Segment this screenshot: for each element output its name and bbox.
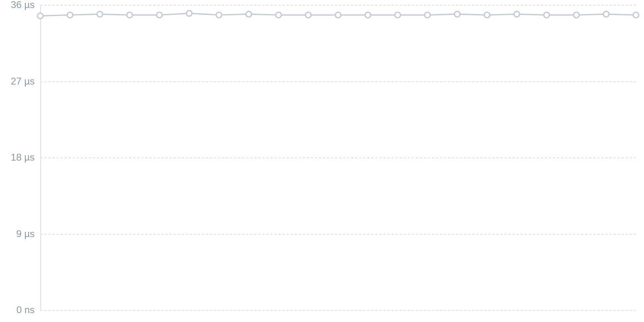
data-point[interactable]: [395, 12, 400, 18]
data-point[interactable]: [127, 12, 132, 18]
data-point[interactable]: [157, 12, 162, 18]
data-point[interactable]: [67, 12, 73, 18]
data-point[interactable]: [484, 12, 490, 18]
data-point[interactable]: [574, 12, 579, 18]
data-point[interactable]: [246, 11, 252, 17]
data-point[interactable]: [97, 11, 103, 17]
data-point[interactable]: [633, 12, 639, 18]
data-point[interactable]: [365, 12, 371, 18]
data-point[interactable]: [37, 13, 43, 19]
data-point[interactable]: [544, 12, 549, 18]
data-point[interactable]: [335, 12, 341, 18]
latency-line-chart: 0 ns9 µs18 µs27 µs36 µs: [0, 0, 644, 322]
data-point[interactable]: [454, 11, 460, 17]
data-point[interactable]: [216, 12, 222, 18]
data-point[interactable]: [425, 12, 430, 18]
data-point[interactable]: [186, 10, 192, 16]
data-point[interactable]: [603, 11, 609, 17]
data-point[interactable]: [305, 12, 311, 18]
plot-layer: [0, 0, 644, 322]
data-point[interactable]: [276, 12, 281, 18]
data-point[interactable]: [514, 11, 520, 17]
